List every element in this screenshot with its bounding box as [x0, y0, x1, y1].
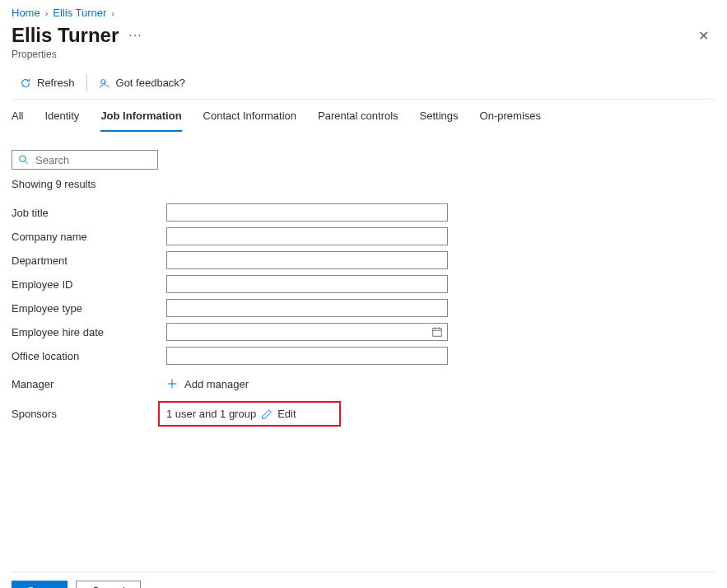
tab-all[interactable]: All — [12, 100, 23, 132]
breadcrumb: Home › Ellis Turner › — [12, 7, 715, 19]
sponsors-edit-label: Edit — [277, 408, 296, 420]
office-location-input[interactable] — [166, 347, 448, 365]
company-name-label: Company name — [12, 231, 166, 243]
breadcrumb-home[interactable]: Home — [12, 7, 40, 19]
chevron-right-icon: › — [111, 8, 114, 18]
toolbar: Refresh Got feedback? — [12, 72, 715, 94]
toolbar-separator — [86, 75, 87, 91]
hire-date-input[interactable] — [166, 323, 448, 341]
sponsors-summary: 1 user and 1 group — [166, 408, 256, 420]
tab-contact-information[interactable]: Contact Information — [203, 100, 296, 132]
sponsors-highlight: 1 user and 1 group Edit — [158, 401, 341, 427]
manager-label: Manager — [12, 378, 166, 390]
chevron-right-icon: › — [45, 8, 49, 18]
page-subtitle: Properties — [12, 49, 715, 60]
job-title-input[interactable] — [166, 203, 448, 222]
close-button[interactable]: ✕ — [692, 25, 715, 47]
search-input[interactable] — [12, 150, 158, 170]
feedback-icon — [99, 77, 110, 89]
tab-identity[interactable]: Identity — [44, 100, 79, 132]
employee-type-input[interactable] — [166, 299, 448, 317]
pencil-icon — [261, 408, 273, 420]
tab-settings[interactable]: Settings — [420, 100, 459, 132]
breadcrumb-user[interactable]: Ellis Turner — [53, 7, 106, 19]
svg-line-1 — [25, 161, 27, 164]
save-button[interactable]: Save — [12, 581, 68, 588]
employee-id-label: Employee ID — [12, 278, 166, 291]
refresh-label: Refresh — [37, 77, 75, 89]
tabs: All Identity Job Information Contact Inf… — [12, 100, 715, 132]
company-name-input[interactable] — [166, 227, 448, 245]
employee-type-label: Employee type — [12, 302, 166, 315]
cancel-button[interactable]: Cancel — [76, 581, 140, 588]
page-title: Ellis Turner — [12, 24, 119, 47]
sponsors-label: Sponsors — [12, 408, 166, 420]
hire-date-label: Employee hire date — [12, 326, 166, 338]
plus-icon — [166, 378, 178, 390]
employee-id-input[interactable] — [166, 275, 448, 293]
office-location-label: Office location — [12, 350, 166, 362]
results-count: Showing 9 results — [12, 178, 715, 190]
department-label: Department — [12, 254, 166, 267]
feedback-label: Got feedback? — [116, 77, 186, 89]
tab-on-premises[interactable]: On-premises — [480, 100, 541, 132]
more-menu-button[interactable]: ··· — [128, 28, 142, 43]
search-wrapper — [12, 150, 158, 170]
search-icon — [18, 155, 29, 166]
tab-job-information[interactable]: Job Information — [100, 100, 181, 132]
svg-point-0 — [20, 156, 26, 161]
refresh-button[interactable]: Refresh — [12, 72, 83, 94]
footer-buttons: Save Cancel — [12, 581, 715, 588]
refresh-icon — [20, 77, 31, 89]
sponsors-edit-button[interactable]: Edit — [261, 408, 296, 420]
job-title-label: Job title — [12, 207, 166, 219]
department-input[interactable] — [166, 251, 448, 269]
add-manager-button[interactable]: Add manager — [166, 378, 249, 390]
add-manager-label: Add manager — [184, 378, 249, 390]
footer-divider — [12, 572, 715, 572]
tab-parental-controls[interactable]: Parental controls — [318, 100, 398, 132]
feedback-button[interactable]: Got feedback? — [91, 72, 194, 94]
